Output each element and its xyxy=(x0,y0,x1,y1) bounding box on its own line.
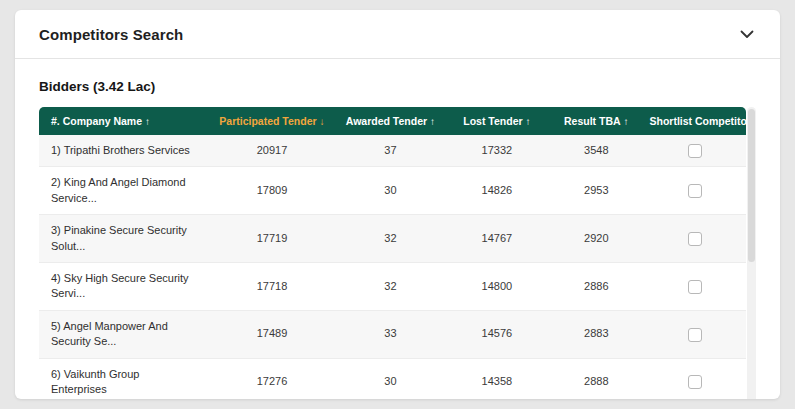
awarded-tender-cell: 37 xyxy=(336,135,444,167)
lost-tender-cell: 17332 xyxy=(445,135,549,167)
shortlist-checkbox[interactable] xyxy=(688,144,702,158)
column-label: Lost Tender xyxy=(463,115,522,127)
lost-tender-cell: 14358 xyxy=(445,358,549,399)
table-scrollbar-thumb[interactable] xyxy=(748,109,755,262)
table-row: 2) King And Angel Diamond Service...1780… xyxy=(39,167,746,215)
shortlist-cell xyxy=(644,262,746,310)
sort-desc-icon: ↓ xyxy=(320,116,325,127)
result-tba-cell: 2883 xyxy=(549,310,643,358)
shortlist-checkbox[interactable] xyxy=(688,184,702,198)
participated-tender-cell: 20917 xyxy=(208,135,337,167)
table-row: 1) Tripathi Brothers Services20917371733… xyxy=(39,135,746,167)
awarded-tender-cell: 33 xyxy=(336,310,444,358)
table-row: 6) Vaikunth Group Enterprises17276301435… xyxy=(39,358,746,399)
bidders-table: #. Company Name↑Participated Tender↓Awar… xyxy=(39,107,746,399)
result-tba-cell: 2888 xyxy=(549,358,643,399)
table-row: 4) Sky High Secure Security Servi...1771… xyxy=(39,262,746,310)
company-cell: 2) King And Angel Diamond Service... xyxy=(39,167,208,215)
bidders-count-title: Bidders (3.42 Lac) xyxy=(39,79,756,94)
card-header: Competitors Search xyxy=(15,10,780,59)
column-header-company-name[interactable]: #. Company Name↑ xyxy=(39,107,208,135)
lost-tender-cell: 14800 xyxy=(445,262,549,310)
lost-tender-cell: 14576 xyxy=(445,310,549,358)
chevron-down-icon xyxy=(740,30,754,39)
sort-asc-icon: ↑ xyxy=(624,116,629,127)
shortlist-checkbox[interactable] xyxy=(688,328,702,342)
company-cell: 4) Sky High Secure Security Servi... xyxy=(39,262,208,310)
lost-tender-cell: 14767 xyxy=(445,215,549,263)
result-tba-cell: 3548 xyxy=(549,135,643,167)
card-body: Bidders (3.42 Lac) #. Company Name↑Parti… xyxy=(15,59,780,399)
collapse-toggle-button[interactable] xyxy=(738,25,756,43)
participated-tender-cell: 17489 xyxy=(208,310,337,358)
table-row: 5) Angel Manpower And Security Se...1748… xyxy=(39,310,746,358)
shortlist-checkbox[interactable] xyxy=(688,280,702,294)
column-header-lost-tender[interactable]: Lost Tender↑ xyxy=(445,107,549,135)
awarded-tender-cell: 32 xyxy=(336,215,444,263)
shortlist-checkbox[interactable] xyxy=(688,375,702,389)
column-header-participated-tender[interactable]: Participated Tender↓ xyxy=(208,107,337,135)
shortlist-checkbox[interactable] xyxy=(688,232,702,246)
awarded-tender-cell: 32 xyxy=(336,262,444,310)
company-cell: 6) Vaikunth Group Enterprises xyxy=(39,358,208,399)
company-cell: 5) Angel Manpower And Security Se... xyxy=(39,310,208,358)
column-label: #. Company Name xyxy=(51,115,142,127)
sort-asc-icon: ↑ xyxy=(526,116,531,127)
participated-tender-cell: 17719 xyxy=(208,215,337,263)
participated-tender-cell: 17809 xyxy=(208,167,337,215)
column-header-result-tba[interactable]: Result TBA↑ xyxy=(549,107,643,135)
result-tba-cell: 2953 xyxy=(549,167,643,215)
result-tba-cell: 2920 xyxy=(549,215,643,263)
table-header-row: #. Company Name↑Participated Tender↓Awar… xyxy=(39,107,746,135)
column-label: Participated Tender xyxy=(219,115,316,127)
column-header-awarded-tender[interactable]: Awarded Tender↑ xyxy=(336,107,444,135)
column-label: Shortlist Competitor xyxy=(650,115,746,127)
bidders-table-body: 1) Tripathi Brothers Services20917371733… xyxy=(39,135,746,399)
sort-asc-icon: ↑ xyxy=(430,116,435,127)
participated-tender-cell: 17718 xyxy=(208,262,337,310)
column-label: Result TBA xyxy=(564,115,621,127)
column-label: Awarded Tender xyxy=(346,115,427,127)
shortlist-cell xyxy=(644,358,746,399)
lost-tender-cell: 14826 xyxy=(445,167,549,215)
shortlist-cell xyxy=(644,135,746,167)
table-row: 3) Pinakine Secure Security Solut...1771… xyxy=(39,215,746,263)
company-cell: 3) Pinakine Secure Security Solut... xyxy=(39,215,208,263)
bidders-table-area: #. Company Name↑Participated Tender↓Awar… xyxy=(39,107,756,399)
awarded-tender-cell: 30 xyxy=(336,167,444,215)
column-header-shortlist-competitor: Shortlist Competitor xyxy=(644,107,746,135)
awarded-tender-cell: 30 xyxy=(336,358,444,399)
table-scrollbar[interactable] xyxy=(747,107,756,399)
competitors-search-card: Competitors Search Bidders (3.42 Lac) #.… xyxy=(15,10,780,399)
shortlist-cell xyxy=(644,215,746,263)
page-title: Competitors Search xyxy=(39,26,183,43)
shortlist-cell xyxy=(644,167,746,215)
result-tba-cell: 2886 xyxy=(549,262,643,310)
shortlist-cell xyxy=(644,310,746,358)
company-cell: 1) Tripathi Brothers Services xyxy=(39,135,208,167)
participated-tender-cell: 17276 xyxy=(208,358,337,399)
sort-asc-icon: ↑ xyxy=(145,116,150,127)
